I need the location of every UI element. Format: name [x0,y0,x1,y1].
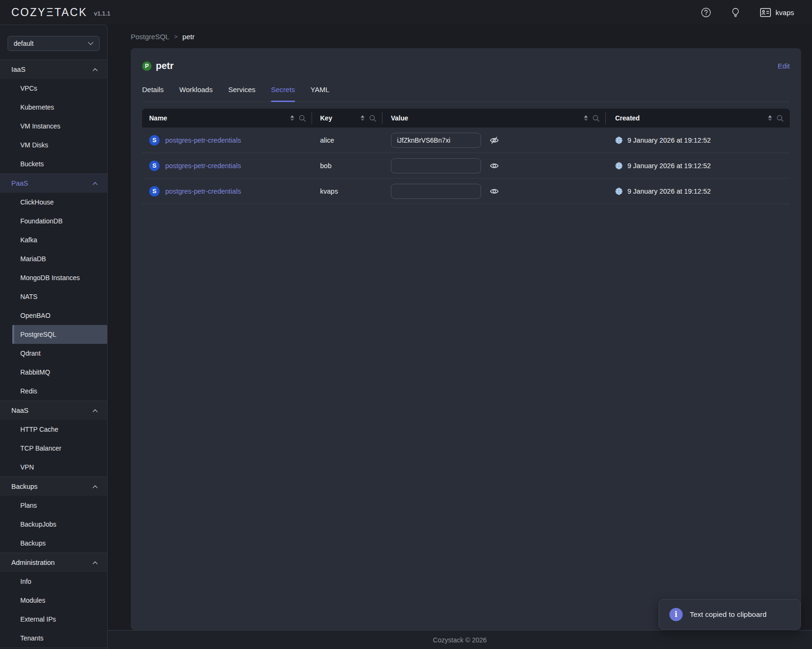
globe-icon [615,162,623,170]
sidebar-item-tenants[interactable]: Tenants [0,629,107,648]
secret-name-link[interactable]: postgres-petr-credentials [165,162,241,170]
sort-icon [584,115,588,121]
sidebar-section-backups[interactable]: Backups [0,477,107,496]
edit-button[interactable]: Edit [778,62,790,70]
eye-icon [490,161,499,171]
help-button[interactable] [701,8,711,17]
sidebar-section-iaas[interactable]: IaaS [0,60,107,79]
tenant-select[interactable]: default [8,36,100,51]
toggle-value-visibility-button[interactable] [490,161,499,171]
sidebar-item-mariadb[interactable]: MariaDB [0,249,107,268]
secret-value-input[interactable] [391,133,481,148]
secret-value-input[interactable] [391,158,481,173]
toast-message: Text copied to clipboard [690,610,767,619]
tab-yaml[interactable]: YAML [311,85,330,102]
sidebar-item-vm-disks[interactable]: VM Disks [0,136,107,154]
sidebar-item-vpcs[interactable]: VPCs [0,79,107,98]
sidebar-section-naas[interactable]: NaaS [0,401,107,420]
sort-icon [360,115,365,121]
sidebar-item-info[interactable]: Info [0,572,107,591]
column-search-button[interactable] [299,115,306,122]
column-search-button[interactable] [592,115,600,122]
column-search-button[interactable] [369,115,376,122]
username: kvaps [776,9,794,17]
sidebar-item-backupjobs[interactable]: BackupJobs [0,515,107,534]
chevron-up-icon [93,409,98,412]
footer: Cozystack © 2026 [108,630,812,649]
tab-services[interactable]: Services [228,85,255,102]
sort-button[interactable] [290,115,295,121]
sidebar-item-openbao[interactable]: OpenBAO [0,306,107,325]
sidebar-item-http-cache[interactable]: HTTP Cache [0,420,107,439]
created-timestamp: 9 January 2026 at 19:12:52 [627,137,711,144]
sidebar-section-paas[interactable]: PaaS [0,173,107,193]
sort-button[interactable] [360,115,365,121]
sort-button[interactable] [584,115,588,121]
page-title: petr [156,60,174,71]
sidebar-item-external-ips[interactable]: External IPs [0,610,107,629]
sort-button[interactable] [768,115,772,121]
sidebar-item-vpn[interactable]: VPN [0,458,107,477]
info-icon: i [669,608,683,621]
sidebar-item-buckets[interactable]: Buckets [0,154,107,173]
sidebar-item-rabbitmq[interactable]: RabbitMQ [0,363,107,382]
chevron-down-icon [88,42,93,45]
created-timestamp: 9 January 2026 at 19:12:52 [627,162,711,170]
chevron-up-icon [93,68,98,71]
sidebar-item-qdrant[interactable]: Qdrant [0,344,107,363]
column-search-button[interactable] [777,115,784,122]
sidebar-item-redis[interactable]: Redis [0,382,107,401]
app-logo: COZYΞTACK [11,6,87,19]
sidebar-section: NaaS HTTP Cache TCP Balancer VPN [0,401,107,477]
chevron-up-icon [93,561,98,564]
topbar: COZYΞTACK v1.1.1 kvaps [0,0,812,25]
sidebar-item-foundationdb[interactable]: FoundationDB [0,212,107,231]
sidebar-section: PaaS ClickHouse FoundationDB Kafka Maria… [0,173,107,401]
created-timestamp: 9 January 2026 at 19:12:52 [627,188,711,195]
globe-icon [615,188,623,195]
tab-secrets[interactable]: Secrets [271,85,295,102]
sidebar-item-tcp-balancer[interactable]: TCP Balancer [0,439,107,458]
column-header-key: Key [312,109,382,128]
sort-icon [768,115,772,121]
sort-icon [290,115,295,121]
sidebar-item-postgresql[interactable]: PostgreSQL [12,325,107,344]
eye-off-icon [490,136,499,145]
sidebar-item-mongodb-instances[interactable]: MongoDB Instances [0,268,107,287]
table-body: S postgres-petr-credentials alice [142,128,790,204]
user-card-icon [760,8,771,17]
breadcrumb-separator: > [174,33,178,40]
breadcrumb-parent-link[interactable]: PostgreSQL [131,33,169,41]
column-header-name: Name [142,109,312,128]
toggle-value-visibility-button[interactable] [490,136,499,145]
sidebar-item-plans[interactable]: Plans [0,496,107,515]
breadcrumb-current: petr [182,33,195,41]
secret-name-link[interactable]: postgres-petr-credentials [165,137,241,144]
breadcrumb: PostgreSQL > petr [131,25,801,48]
sidebar-item-kubernetes[interactable]: Kubernetes [0,98,107,117]
sidebar-section: IaaS VPCs Kubernetes VM Instances VM Dis… [0,60,107,173]
sidebar-item-kafka[interactable]: Kafka [0,231,107,249]
secret-value-input[interactable] [391,184,481,199]
table-row: S postgres-petr-credentials bob [142,153,790,179]
secrets-table: Name Key [142,109,790,204]
sidebar-item-backups[interactable]: Backups [0,534,107,553]
sidebar-item-nats[interactable]: NATS [0,287,107,306]
search-icon [592,115,600,122]
theme-toggle-button[interactable] [731,8,740,17]
chevron-up-icon [93,485,98,488]
toggle-value-visibility-button[interactable] [490,187,499,196]
tab-workloads[interactable]: Workloads [179,85,213,102]
sidebar-section: Backups Plans BackupJobs Backups [0,477,107,553]
sidebar-item-clickhouse[interactable]: ClickHouse [0,193,107,212]
main-area: PostgreSQL > petr P petr Edit Details Wo… [108,25,812,649]
secret-key: alice [312,128,382,153]
tab-bar: Details Workloads Services Secrets YAML [142,85,790,102]
sidebar-item-vm-instances[interactable]: VM Instances [0,117,107,136]
sidebar-item-modules[interactable]: Modules [0,591,107,610]
secret-icon: S [149,135,160,145]
user-menu[interactable]: kvaps [760,8,794,17]
tab-details[interactable]: Details [142,85,164,102]
sidebar-section-administration[interactable]: Administration [0,553,107,572]
secret-name-link[interactable]: postgres-petr-credentials [165,188,241,195]
